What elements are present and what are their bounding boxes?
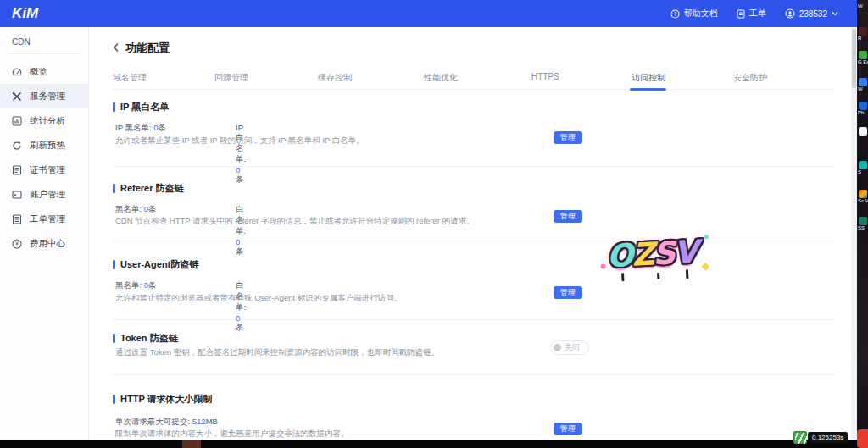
section-title: HTTP 请求体大小限制 bbox=[113, 393, 213, 406]
token-status-toggle[interactable]: 关闭 bbox=[550, 340, 589, 355]
desktop-icon-label: Ph bbox=[858, 110, 868, 116]
help-docs-link[interactable]: ? 帮助文档 bbox=[670, 8, 718, 19]
brand-logo[interactable]: KiM bbox=[12, 5, 38, 22]
svg-text:¥: ¥ bbox=[15, 241, 19, 246]
sidebar-item-label: 证书管理 bbox=[30, 164, 65, 176]
work-order-link[interactable]: 工单 bbox=[737, 8, 766, 19]
desktop-icon-label: W bbox=[858, 86, 868, 92]
scrollbar-thumb[interactable] bbox=[852, 29, 856, 88]
speed-meter-icon bbox=[793, 431, 807, 444]
help-docs-label: 帮助文档 bbox=[684, 8, 718, 19]
token-status-label: 关闭 bbox=[565, 342, 580, 353]
sidebar-item-work-orders[interactable]: 工单管理 bbox=[0, 207, 88, 231]
desktop-red-icon[interactable] bbox=[857, 429, 868, 448]
desktop-app-icon[interactable] bbox=[859, 161, 867, 169]
bar-chart-icon bbox=[12, 116, 22, 126]
section-referer: Referer 防盗链 黑名单: 0条 白名单: 0条 CDN 节点检查 HTT… bbox=[113, 167, 835, 241]
desktop-app-icon[interactable] bbox=[859, 51, 867, 59]
page-scrollbar[interactable] bbox=[851, 27, 857, 440]
section-stats: 黑名单: 0条 白名单: 0条 bbox=[115, 280, 157, 291]
bottom-screen-bar bbox=[0, 440, 857, 448]
section-token: Token 防盗链 通过设置 Token 密钥，配合签名过期时间来控制资源内容的… bbox=[113, 320, 835, 375]
sidebar-item-service-mgmt[interactable]: 服务管理 bbox=[0, 84, 88, 108]
back-chevron-icon[interactable] bbox=[113, 41, 120, 56]
sidebar-divider bbox=[8, 53, 80, 54]
load-time-value: 0.125253s bbox=[808, 432, 848, 443]
page-load-time-badge: 0.125253s bbox=[793, 430, 848, 444]
sidebar-group-title: CDN bbox=[0, 27, 88, 53]
desktop-app-icon[interactable] bbox=[859, 78, 867, 86]
desktop-icon-label: W bbox=[858, 3, 868, 9]
refresh-icon bbox=[12, 141, 22, 151]
section-title: Referer 防盗链 bbox=[113, 182, 184, 195]
manage-ip-list-button[interactable]: 管理 bbox=[554, 131, 582, 144]
title-accent-bar bbox=[113, 334, 115, 343]
section-stats: 黑名单: 0条 白名单: 0条 bbox=[115, 204, 157, 215]
gauge-icon bbox=[12, 67, 22, 77]
desktop-app-icon[interactable] bbox=[859, 217, 867, 225]
account-menu[interactable]: 238532 bbox=[785, 8, 838, 19]
ticket-list-icon bbox=[12, 214, 22, 224]
sidebar-item-label: 概览 bbox=[30, 66, 47, 78]
sidebar-item-label: 费用中心 bbox=[30, 238, 65, 250]
tab-https[interactable]: HTTPS bbox=[531, 72, 559, 81]
sidebar-item-billing[interactable]: ¥ 费用中心 bbox=[0, 231, 88, 256]
main-content: 功能配置 域名管理 回源管理 缓存控制 性能优化 HTTPS 访问控制 安全防护… bbox=[89, 27, 851, 440]
svg-text:?: ? bbox=[673, 10, 676, 16]
section-description: 允许或者禁止某些 IP 或者 IP 段的访问，支持 IP 黑名单和 IP 白名单… bbox=[115, 136, 364, 147]
sidebar-item-overview[interactable]: 概览 bbox=[0, 59, 88, 84]
title-accent-bar bbox=[113, 184, 115, 193]
sidebar-item-account[interactable]: 账户管理 bbox=[0, 182, 88, 207]
billing-icon: ¥ bbox=[12, 239, 22, 249]
tools-icon bbox=[12, 91, 22, 102]
desktop-icon-label: Sc VPN bbox=[858, 198, 868, 204]
title-accent-bar bbox=[113, 102, 115, 112]
question-circle-icon: ? bbox=[670, 9, 680, 19]
sidebar-item-refresh[interactable]: 刷新预热 bbox=[0, 133, 88, 158]
tab-cache-control[interactable]: 缓存控制 bbox=[318, 72, 352, 84]
section-ip-list: IP 黑白名单 IP 黑名单: 0条 IP 白名单: 0条 允许或者禁止某些 I… bbox=[113, 87, 835, 167]
section-title: Token 防盗链 bbox=[113, 332, 178, 345]
document-icon bbox=[737, 9, 745, 19]
sidebar-item-stats[interactable]: 统计分析 bbox=[0, 108, 88, 133]
section-description: 通过设置 Token 密钥，配合签名过期时间来控制资源内容的访问时限，也即时间戳… bbox=[115, 347, 439, 358]
desktop-app-icon[interactable] bbox=[859, 102, 867, 110]
section-description: CDN 节点检查 HTTP 请求头中的 referer 字段的信息，禁止或者允许… bbox=[115, 216, 475, 227]
sidebar-item-certificates[interactable]: 证书管理 bbox=[0, 158, 88, 182]
section-description: 限制单次请求体的内容大小，避免恶意用户提交非法的数据内容。 bbox=[115, 429, 349, 440]
sidebar-item-label: 服务管理 bbox=[30, 91, 65, 102]
desktop-app-icon[interactable] bbox=[859, 27, 867, 36]
section-user-agent: User-Agent防盗链 黑名单: 0条 白名单: 0条 允许和禁止特定的浏览… bbox=[113, 241, 835, 320]
manage-referer-button[interactable]: 管理 bbox=[554, 210, 582, 223]
user-circle-icon bbox=[785, 8, 795, 19]
sidebar-item-label: 统计分析 bbox=[30, 115, 65, 127]
tab-origin-mgmt[interactable]: 回源管理 bbox=[214, 72, 248, 84]
manage-body-limit-button[interactable]: 管理 bbox=[554, 423, 582, 435]
title-accent-bar bbox=[113, 395, 115, 404]
account-id: 238532 bbox=[799, 9, 827, 19]
desktop-app-icon[interactable] bbox=[859, 190, 867, 198]
sidebar-item-label: 刷新预热 bbox=[30, 140, 65, 152]
work-order-label: 工单 bbox=[749, 8, 766, 19]
desktop-edge-strip: W R G Exp W Ph S Sc VPN SS bbox=[857, 0, 868, 448]
title-accent-bar bbox=[113, 260, 115, 269]
section-title: IP 黑白名单 bbox=[113, 101, 169, 113]
section-description: 允许和禁止特定的浏览器或者带有特殊 User-Agent 标识的专属客户端进行访… bbox=[115, 293, 402, 304]
tab-security[interactable]: 安全防护 bbox=[733, 72, 767, 84]
desktop-icon-label: S bbox=[858, 169, 868, 175]
tab-performance[interactable]: 性能优化 bbox=[424, 72, 458, 84]
manage-user-agent-button[interactable]: 管理 bbox=[554, 286, 582, 299]
desktop-icon-label: R bbox=[858, 36, 868, 41]
sidebar-item-label: 工单管理 bbox=[30, 213, 65, 225]
section-title: User-Agent防盗链 bbox=[113, 258, 198, 271]
app-window: KiM ? 帮助文档 工单 238532 bbox=[0, 0, 868, 448]
max-body-size-value: 512 bbox=[192, 417, 206, 426]
sidebar: CDN 概览 服务管理 统计分析 刷新预热 证书管理 账户管理 工单管理 bbox=[0, 27, 89, 440]
certificate-icon bbox=[12, 165, 22, 175]
tab-domain-mgmt[interactable]: 域名管理 bbox=[113, 72, 147, 84]
desktop-app-icon[interactable] bbox=[859, 127, 867, 136]
tab-access-control[interactable]: 访问控制 bbox=[632, 72, 665, 84]
account-card-icon bbox=[12, 190, 22, 200]
page-title: 功能配置 bbox=[125, 41, 170, 56]
section-stats: IP 黑名单: 0条 IP 白名单: 0条 bbox=[115, 123, 166, 134]
